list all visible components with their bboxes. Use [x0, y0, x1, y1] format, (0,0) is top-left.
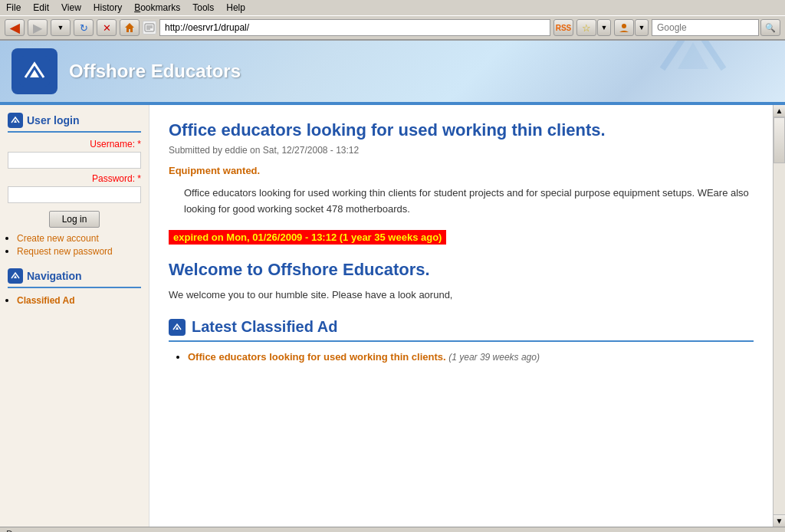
- rss-button[interactable]: RSS: [553, 19, 573, 36]
- status-text: Done: [6, 529, 28, 532]
- classified-item-link[interactable]: Office educators looking for used workin…: [188, 351, 446, 363]
- section-header-logo: [169, 319, 186, 336]
- article-body: Office educators looking for used workin…: [184, 186, 754, 218]
- menu-view[interactable]: View: [61, 2, 81, 13]
- menu-bar: File Edit View History Bookmarks Tools H…: [0, 0, 785, 15]
- username-input[interactable]: [8, 152, 141, 169]
- create-account-link[interactable]: Create new account: [17, 233, 99, 244]
- site-header: Offshore Educators: [0, 41, 785, 102]
- menu-edit[interactable]: Edit: [33, 2, 49, 13]
- welcome-title: Welcome to Offshore Educators.: [169, 260, 754, 280]
- scroll-up-button[interactable]: ▲: [774, 105, 785, 117]
- article-title[interactable]: Office educators looking for used workin…: [169, 120, 754, 140]
- main-content: Office educators looking for used workin…: [149, 105, 773, 527]
- navigation-section: Navigation Classified Ad: [8, 268, 141, 306]
- bookmark-dropdown[interactable]: ▼: [597, 19, 611, 36]
- toolbar: ◀ ▶ ▼ ↻ ✕ RSS ☆ ▼: [0, 15, 785, 40]
- list-item: Office educators looking for used workin…: [188, 351, 754, 363]
- svg-point-1: [622, 24, 626, 28]
- classified-ad-nav-link[interactable]: Classified Ad: [17, 295, 75, 306]
- identity-button[interactable]: [614, 19, 634, 36]
- nav-links: Classified Ad: [8, 294, 141, 306]
- login-links: Create new account Request new password: [8, 232, 141, 257]
- status-bar: Done: [0, 527, 785, 532]
- content-area: User login Username: * Password: * Log i…: [0, 105, 785, 527]
- scrollbar[interactable]: ▲ ▼: [773, 105, 785, 527]
- watermark: [647, 41, 739, 87]
- browser-chrome: File Edit View History Bookmarks Tools H…: [0, 0, 785, 41]
- welcome-body: We welcome you to our humble site. Pleas…: [169, 287, 754, 304]
- stop-button[interactable]: ✕: [97, 19, 117, 36]
- classified-item-date: (1 year 39 weeks ago): [448, 352, 540, 363]
- scroll-track[interactable]: [774, 117, 785, 514]
- menu-file[interactable]: File: [6, 2, 21, 13]
- sidebar-logo-small: [8, 113, 23, 128]
- classified-list: Office educators looking for used workin…: [169, 351, 754, 363]
- bookmark-star-button[interactable]: ☆: [576, 19, 596, 36]
- reload-button[interactable]: ↻: [74, 19, 94, 36]
- password-label: Password: *: [8, 173, 141, 184]
- address-icon: [143, 21, 156, 34]
- sidebar: User login Username: * Password: * Log i…: [0, 105, 149, 527]
- back-button[interactable]: ◀: [5, 19, 25, 36]
- username-required: *: [137, 139, 141, 149]
- menu-help[interactable]: Help: [226, 2, 245, 13]
- search-button[interactable]: 🔍: [760, 19, 780, 36]
- dropdown-history-button[interactable]: ▼: [51, 19, 71, 36]
- user-login-section: User login Username: * Password: * Log i…: [8, 113, 141, 257]
- forward-button[interactable]: ▶: [28, 19, 48, 36]
- navigation-title: Navigation: [8, 268, 141, 288]
- nav-logo-small: [8, 268, 23, 284]
- classified-section-header: Latest Classified Ad: [169, 318, 754, 342]
- scroll-down-button[interactable]: ▼: [774, 514, 785, 527]
- menu-tools[interactable]: Tools: [192, 2, 214, 13]
- request-password-link[interactable]: Request new password: [17, 246, 113, 257]
- menu-bookmarks[interactable]: Bookmarks: [134, 2, 180, 13]
- classified-section-title: Latest Classified Ad: [192, 318, 337, 336]
- address-bar-container: RSS ☆ ▼ ▼: [143, 19, 649, 36]
- scroll-thumb[interactable]: [774, 117, 785, 163]
- identity-dropdown[interactable]: ▼: [635, 19, 649, 36]
- password-required: *: [137, 173, 141, 184]
- username-label: Username: *: [8, 139, 141, 149]
- site-title: Offshore Educators: [69, 61, 241, 82]
- search-container: 🔍: [652, 19, 780, 36]
- user-login-title: User login: [8, 113, 141, 133]
- login-button[interactable]: Log in: [49, 211, 100, 228]
- menu-history[interactable]: History: [94, 2, 122, 13]
- search-input[interactable]: [652, 19, 759, 36]
- equipment-tag: Equipment wanted.: [169, 165, 754, 176]
- article-meta: Submitted by eddie on Sat, 12/27/2008 - …: [169, 145, 754, 156]
- address-input[interactable]: [159, 19, 550, 36]
- page-wrapper: Offshore Educators: [0, 41, 785, 527]
- password-input[interactable]: [8, 186, 141, 203]
- site-logo: [11, 48, 57, 94]
- expired-notice: expired on Mon, 01/26/2009 - 13:12 (1 ye…: [169, 230, 446, 245]
- home-button[interactable]: [120, 19, 140, 36]
